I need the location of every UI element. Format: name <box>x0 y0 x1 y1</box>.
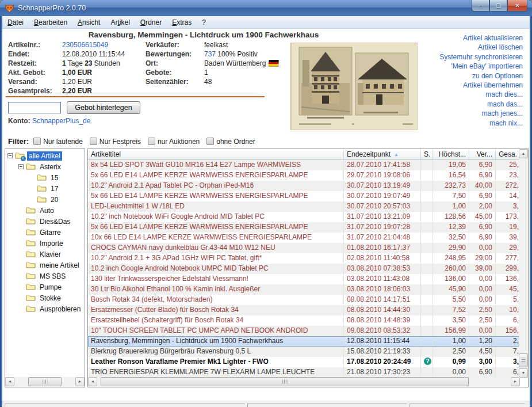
cell-title: CROCS CAYMAN navy dunkelblau Gr.43-44 M1… <box>88 243 344 253</box>
action-link-mach-nix[interactable]: mach nix... <box>439 119 523 128</box>
table-row[interactable]: Leather Ronson Varaflame Premier Mk1 Lig… <box>88 357 520 367</box>
field-value: Stunden <box>93 59 120 67</box>
table-row[interactable]: Ersatzmesser (Cutter Blade) für Bosch Ro… <box>88 305 520 315</box>
table-horizontal-scrollbar[interactable]: ◄ ► <box>88 377 520 387</box>
checkbox-ohne-ordner[interactable] <box>206 138 214 145</box>
tree-item-ausprobieren[interactable]: Ausprobieren <box>18 303 85 314</box>
table-row[interactable]: 10.2'' Android 2.1 Apad Tablet PC - Orph… <box>88 181 520 191</box>
tree-collapse-icon[interactable] <box>7 153 13 158</box>
table-row[interactable]: 10'' TOUCH SCREEN TABLET PC UMPC APAD NE… <box>88 326 520 336</box>
tree-item-alle-artikel[interactable]: alle Artikel <box>7 150 85 161</box>
table-row[interactable]: 5x 66 LED E14 LAMPE KERZE WARMWEISS ENER… <box>88 191 520 201</box>
scroll-left-icon[interactable]: ◄ <box>88 377 97 386</box>
table-vertical-scrollbar[interactable]: ▲ ▼ <box>519 149 528 378</box>
tree-item-asterix[interactable]: Asterix <box>18 161 85 172</box>
cell-status <box>421 347 433 357</box>
tree-collapse-icon[interactable] <box>18 164 24 169</box>
scroll-down-icon[interactable]: ▼ <box>519 368 528 378</box>
checkbox-nur-auktionen[interactable] <box>148 138 155 145</box>
scroll-up-icon[interactable]: ▲ <box>519 149 528 158</box>
table-row[interactable]: Ersatzstellhebel (Schaltergriff) für Bos… <box>88 315 520 326</box>
tree-hscroll-thumb[interactable] <box>28 377 62 386</box>
tree-item-17[interactable]: 17 <box>29 183 85 194</box>
column-header-s[interactable]: S. <box>421 149 433 159</box>
tree-item-klavier[interactable]: Klavier <box>18 249 85 260</box>
table-row[interactable]: TRIO ENERGIESPAR KLEMMLAMPE 7W FLEXARM L… <box>88 367 520 378</box>
tree-item-20[interactable]: 20 <box>29 194 85 205</box>
action-link-artikel-übernehmen[interactable]: Artikel übernehmen <box>439 81 523 90</box>
table-row[interactable]: 10x 66 LED E14 LAMPE KERZE WARMWEISS ENE… <box>88 233 520 243</box>
table-row[interactable]: 8x 54 LED SPOT 3Watt GU10 MR16 E14 E27 L… <box>88 160 520 170</box>
action-link-systemuhr-synchronisieren[interactable]: Systemuhr synchronisieren <box>439 52 523 62</box>
column-header-ver[interactable]: Ver... <box>469 149 496 159</box>
menu-item-extras[interactable]: Extras <box>167 17 197 28</box>
table-row[interactable]: 10.2'' inch Notebook WiFi Google Android… <box>88 212 520 222</box>
field-value-link[interactable]: 230506615049 <box>62 41 108 49</box>
cell-shipping: 6,90 <box>469 233 496 243</box>
column-header-gesa[interactable]: Gesa. <box>496 149 520 159</box>
menu-item-bearbeiten[interactable]: Bearbeiten <box>29 17 72 28</box>
menu-item-artikel[interactable]: Artikel <box>105 17 135 28</box>
tree-horizontal-scrollbar[interactable]: ◄ ► <box>5 377 85 387</box>
scroll-left-icon[interactable]: ◄ <box>5 377 14 386</box>
column-header-endezeitpunkt[interactable]: Endezeitpunkt▲ <box>344 149 421 159</box>
column-header-artikeltitel[interactable]: Artikeltitel <box>88 149 344 159</box>
table-hscroll-thumb[interactable] <box>101 377 469 386</box>
client-area: DateiBearbeitenAnsichtArtikelOrdnerExtra… <box>2 16 530 405</box>
bid-amount-input[interactable] <box>8 102 61 113</box>
filter-option-nur-auktionen: nur Auktionen <box>148 138 200 146</box>
table-row[interactable]: 130 liter Trinkwasserspeicher Edelstahl … <box>88 274 520 284</box>
checkbox-nur-festpreis[interactable] <box>90 138 97 145</box>
action-link-mach-das[interactable]: mach das... <box>439 100 523 109</box>
table-row[interactable]: 10.2'' Android 2.1 + 3G APad 1GHz WiFi P… <box>88 253 520 264</box>
table-row[interactable]: LED-Leuchtmittel 1 W /18L ED30.07.2010 2… <box>88 201 520 212</box>
tree-item-dies-das[interactable]: Dies&Das <box>18 216 85 227</box>
cell-highest-bid: 7,50 <box>433 191 469 201</box>
cell-total: 3, <box>496 201 520 212</box>
account-link[interactable]: SchnapperPlus_de <box>32 117 90 125</box>
action-link-artikel-löschen[interactable]: Artikel löschen <box>439 43 523 52</box>
cell-endtime: 12.08.2010 11:15:44 <box>344 336 421 347</box>
maximize-button[interactable]: ▢ <box>489 0 507 12</box>
table-row[interactable]: 30 Ltr Bio Alkohol Ethanol 100 % Kamin i… <box>88 284 520 295</box>
tree-item-stokke[interactable]: Stokke <box>18 292 85 303</box>
folder-icon <box>26 239 36 248</box>
table-row[interactable]: CROCS CAYMAN navy dunkelblau Gr.43-44 M1… <box>88 243 520 253</box>
cell-highest-bid: 29,90 <box>433 243 469 253</box>
minimize-button[interactable]: – <box>472 0 489 12</box>
article-photo-thumbnail[interactable] <box>290 43 418 130</box>
table-vscroll-thumb[interactable] <box>519 353 528 367</box>
menu-item-[interactable]: ? <box>197 17 211 28</box>
tree-item-meine-artikel[interactable]: meine Artikel <box>18 260 85 271</box>
table-row[interactable]: 5x 66 LED E14 LAMPE KERZE WARMWEISS ENER… <box>88 222 520 233</box>
tree-item-ms-sbs[interactable]: MS SBS <box>18 271 85 282</box>
tree-item-importe[interactable]: Importe <box>18 238 85 249</box>
action-link-zu-den-optionen[interactable]: zu den Optionen <box>439 71 523 81</box>
checkbox-nur-laufende[interactable] <box>33 138 41 145</box>
menu-item-ordner[interactable]: Ordner <box>135 17 167 28</box>
field-value: 1 <box>204 69 208 77</box>
action-link-mach-dies[interactable]: mach dies... <box>439 90 523 99</box>
action-link-mein-ebay-importieren[interactable]: 'Mein eBay' importieren <box>439 62 523 71</box>
tree-item-15[interactable]: 15 <box>29 172 85 183</box>
tree-item-pumpe[interactable]: Pumpe <box>18 282 85 292</box>
table-row[interactable]: 10.2 inch Google Android Notebook UMPC M… <box>88 264 520 274</box>
action-link-mach-jenes[interactable]: mach jenes... <box>439 109 523 118</box>
column-header-höchst[interactable]: Höchst... <box>433 149 469 159</box>
cell-total: 45, <box>496 284 520 295</box>
table-row[interactable]: Bierkrug Brauereikrug Bürgerbräu Ravensb… <box>88 347 520 357</box>
scroll-right-icon[interactable]: ► <box>511 377 520 386</box>
action-link-artikel-aktualisieren[interactable]: Artikel aktualisieren <box>439 33 523 43</box>
field-value-link[interactable]: 737 <box>204 50 216 58</box>
table-row[interactable]: Bosch Rotak 34 (defekt, Motorschaden)08.… <box>88 295 520 305</box>
cell-status <box>421 274 433 284</box>
table-row[interactable]: Ravensburg, Memmingen - Lichtdruck um 19… <box>88 336 520 347</box>
menu-item-ansicht[interactable]: Ansicht <box>72 17 105 28</box>
close-button[interactable]: ✕ <box>507 0 527 12</box>
tree-item-auto[interactable]: Auto <box>18 205 85 216</box>
menu-item-datei[interactable]: Datei <box>2 17 29 28</box>
place-bid-button[interactable]: Gebot hinterlegen <box>67 101 140 114</box>
scroll-right-icon[interactable]: ► <box>75 377 85 386</box>
tree-item-gitarre[interactable]: Gitarre <box>18 227 85 238</box>
table-row[interactable]: 5x 66 LED E14 LAMPE KERZE WARMWEISS ENER… <box>88 170 520 181</box>
